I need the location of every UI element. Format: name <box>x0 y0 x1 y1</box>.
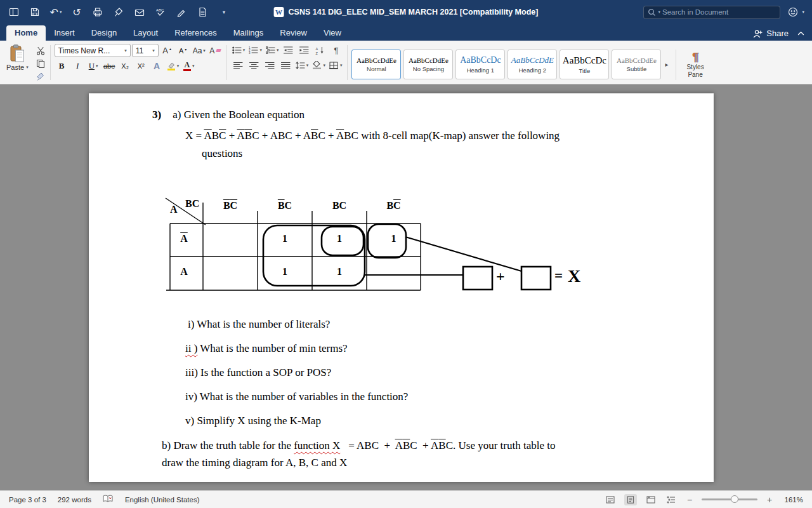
strikethrough-button[interactable]: abe <box>102 60 117 72</box>
zoom-slider-thumb[interactable] <box>731 495 738 503</box>
tab-home[interactable]: Home <box>6 25 46 41</box>
show-paragraph-marks-button[interactable]: ¶ <box>329 44 343 57</box>
styles-pane-button[interactable]: ¶ Styles Pane <box>683 50 707 80</box>
tab-design[interactable]: Design <box>83 25 125 41</box>
sort-button[interactable]: AZ <box>313 44 327 57</box>
underline-button[interactable]: U▾ <box>86 60 101 72</box>
numbered-list-button[interactable]: 123▾ <box>247 44 263 57</box>
style-card-subtitle[interactable]: AaBbCcDdEeSubtitle <box>612 50 661 79</box>
style-card-heading1[interactable]: AaBbCcDcHeading 1 <box>455 50 505 79</box>
tab-references[interactable]: References <box>166 25 225 41</box>
tab-mailings[interactable]: Mailings <box>225 25 272 41</box>
proofing-status-icon[interactable] <box>103 495 114 504</box>
collapse-ribbon-chevron-icon[interactable] <box>797 31 804 36</box>
paste-button[interactable]: Paste▾ <box>4 44 31 83</box>
font-size-select[interactable]: 11▾ <box>132 44 159 57</box>
decrease-indent-button[interactable] <box>281 44 296 57</box>
kmap-row-header: A <box>171 266 197 277</box>
zoom-level[interactable]: 161% <box>782 496 803 504</box>
draw-pen-icon[interactable] <box>175 5 188 19</box>
zoom-out-button[interactable]: − <box>685 495 694 505</box>
search-input[interactable] <box>662 8 776 16</box>
feedback-smiley-icon[interactable]: ▾ <box>788 7 804 18</box>
language-indicator[interactable]: English (United States) <box>125 496 200 504</box>
svg-text:A: A <box>316 46 318 50</box>
grow-font-button[interactable]: A▴ <box>160 44 174 57</box>
italic-button[interactable]: I <box>70 60 85 72</box>
font-name-select[interactable]: Times New R...▾ <box>55 44 131 57</box>
kmap-cell-one: 1 <box>367 233 421 244</box>
redo-icon[interactable]: ↺ <box>70 5 83 19</box>
text-effects-button[interactable]: A <box>150 60 164 72</box>
print-icon[interactable] <box>91 5 104 19</box>
zoom-in-button[interactable]: + <box>765 495 774 505</box>
cut-icon[interactable] <box>35 46 46 55</box>
share-button[interactable]: Share <box>753 29 789 38</box>
document-page[interactable]: 3)a) Given the Boolean equation X = ABC … <box>89 93 714 482</box>
highlight-button[interactable]: ▾ <box>166 60 181 72</box>
style-card-no-spacing[interactable]: AaBbCcDdEeNo Spacing <box>403 50 453 79</box>
styles-pane-pilcrow-icon: ¶ <box>692 51 698 64</box>
web-layout-view-icon[interactable] <box>645 494 657 505</box>
kmap-grid-and-loops <box>164 195 608 306</box>
kmap-col-header: BC <box>258 200 312 211</box>
tab-insert[interactable]: Insert <box>46 25 83 41</box>
justify-button[interactable] <box>278 59 293 72</box>
font-color-button[interactable]: A ▾ <box>181 60 196 72</box>
search-input-wrap[interactable]: ▾ <box>643 6 780 19</box>
save-icon[interactable] <box>29 5 41 19</box>
shading-button[interactable]: ▾ <box>311 59 327 72</box>
quick-access-toolbar: ↶▾ ↺ ABC ▾ <box>8 5 230 19</box>
spelling-icon[interactable]: ABC <box>154 5 167 19</box>
format-painter-brush-icon[interactable] <box>35 71 46 81</box>
bold-button[interactable]: B <box>55 60 69 72</box>
svg-text:3: 3 <box>249 51 251 54</box>
titlebar: ↶▾ ↺ ABC ▾ W CSNS 141 DIG_ELEC MID_SEM M… <box>0 0 812 24</box>
copy-icon[interactable] <box>35 58 46 68</box>
paste-dropdown-caret[interactable]: ▾ <box>26 65 29 70</box>
highlighter-icon <box>167 62 176 70</box>
question-iii: iii) Is the function a SOP or POS? <box>185 366 331 379</box>
envelope-icon[interactable] <box>133 5 146 19</box>
document-title: W CSNS 141 DIG_ELEC MID_SEM MARCH 2021 [… <box>274 7 539 17</box>
outline-view-icon[interactable] <box>665 494 678 505</box>
clear-formatting-button[interactable]: A <box>208 44 223 57</box>
superscript-button[interactable]: X² <box>134 60 148 72</box>
search-scope-caret[interactable]: ▾ <box>658 10 660 15</box>
kmap-result: =X <box>554 266 580 286</box>
zoom-slider[interactable] <box>702 498 757 500</box>
new-document-icon[interactable] <box>196 5 209 19</box>
style-card-heading2[interactable]: AaBbCcDdEHeading 2 <box>508 50 557 79</box>
undo-dropdown-caret[interactable]: ▾ <box>60 10 62 15</box>
bulleted-list-button[interactable]: ▾ <box>231 44 247 57</box>
shrink-font-button[interactable]: A▾ <box>176 44 190 57</box>
draft-view-icon[interactable] <box>604 494 617 505</box>
view-switcher-icon[interactable] <box>8 5 20 19</box>
kmap-cell-one: 1 <box>312 266 367 277</box>
align-left-button[interactable] <box>231 59 246 72</box>
undo-button[interactable]: ↶▾ <box>49 5 62 19</box>
kmap-plus-sign: + <box>496 268 505 285</box>
align-center-button[interactable] <box>247 59 261 72</box>
toolbar-overflow-icon[interactable]: ▾ <box>217 5 230 19</box>
subscript-button[interactable]: X₂ <box>118 60 133 72</box>
page-indicator[interactable]: Page 3 of 3 <box>9 496 46 504</box>
more-styles-arrow[interactable]: ▸ <box>664 61 669 68</box>
style-card-normal[interactable]: AaBbCcDdEeNormal <box>351 50 401 79</box>
change-case-button[interactable]: Aa▾ <box>192 44 207 57</box>
equation-continuation: questions <box>202 147 242 160</box>
format-painter-icon[interactable] <box>112 5 125 19</box>
multilevel-list-button[interactable]: ▾ <box>265 44 280 57</box>
tab-view[interactable]: View <box>315 25 350 41</box>
borders-button[interactable]: ▾ <box>328 59 344 72</box>
align-right-button[interactable] <box>263 59 277 72</box>
increase-indent-button[interactable] <box>297 44 311 57</box>
tab-review[interactable]: Review <box>272 25 315 41</box>
print-layout-view-icon[interactable] <box>624 494 637 505</box>
style-card-title[interactable]: AaBbCcDcTitle <box>560 50 609 79</box>
kmap-col-header: BC <box>367 200 421 211</box>
kmap-corner-col-vars: BC <box>185 198 199 210</box>
word-count[interactable]: 292 words <box>58 496 91 504</box>
tab-layout[interactable]: Layout <box>125 25 166 41</box>
line-spacing-button[interactable]: ▾ <box>294 59 310 72</box>
